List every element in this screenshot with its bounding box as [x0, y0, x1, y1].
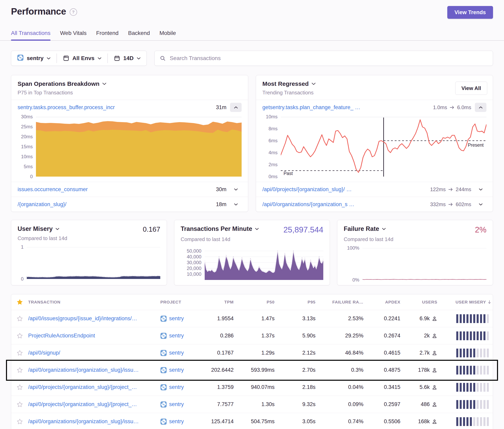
project-link[interactable]: sentry	[169, 418, 184, 425]
table-row[interactable]: /api/0/organizations/{organization_slug}…	[11, 361, 493, 378]
star-cell[interactable]	[11, 333, 28, 339]
expand-button[interactable]	[230, 185, 242, 194]
project-cell[interactable]: sentry	[160, 384, 201, 391]
project-link[interactable]: sentry	[169, 367, 184, 373]
star-icon[interactable]	[17, 350, 23, 356]
transaction-link[interactable]: /api/0/organizations/{organization_slug}…	[28, 418, 160, 425]
collapse-button[interactable]	[475, 103, 486, 112]
project-link[interactable]: sentry	[169, 401, 184, 407]
apdex-value: 0.2674	[365, 333, 402, 339]
misery-bar	[467, 349, 468, 357]
users-icon	[432, 367, 437, 373]
expand-button[interactable]	[475, 185, 486, 194]
misery-bar	[487, 332, 489, 340]
project-cell[interactable]: sentry	[160, 350, 201, 356]
star-cell[interactable]	[11, 419, 28, 425]
view-trends-button[interactable]: View Trends	[447, 6, 493, 19]
transaction-link[interactable]: ProjectRuleActionsEndpoint	[28, 333, 160, 339]
table-row[interactable]: /api/0/projects/{organization_slug}/{pro…	[11, 396, 493, 413]
project-cell[interactable]: sentry	[160, 367, 201, 373]
transaction-link[interactable]: /api/0/projects/{organization_slug}/{pro…	[28, 401, 160, 407]
star-cell[interactable]	[11, 384, 28, 390]
failure-rate-value: 0.74%	[317, 418, 365, 425]
star-icon[interactable]	[17, 316, 23, 322]
column-header-apdex[interactable]: APDEX	[365, 300, 402, 305]
column-header-tpm[interactable]: TPM	[201, 300, 235, 305]
panel-list-item: /api/0/organizations/{organization_s …33…	[256, 197, 493, 212]
project-cell[interactable]: sentry	[160, 401, 201, 408]
expand-button[interactable]	[475, 200, 486, 209]
table-row[interactable]: /api/0/issues|groups/{issue_id}/integrat…	[11, 310, 493, 327]
project-filter[interactable]: sentry	[11, 51, 56, 66]
project-link[interactable]: sentry	[169, 315, 184, 322]
misery-bar	[463, 314, 465, 323]
star-icon[interactable]	[17, 367, 23, 373]
expand-button[interactable]	[230, 200, 242, 209]
column-header-failure-ra[interactable]: FAILURE RA…	[317, 300, 365, 305]
tab-all-transactions[interactable]: All Transactions	[11, 30, 51, 40]
misery-bar	[473, 417, 475, 426]
column-header-project[interactable]: PROJECT	[160, 300, 201, 305]
card-title-dropdown[interactable]: Transactions Per Minute	[181, 225, 259, 232]
span-op-link[interactable]: issues.occurrence_consumer	[18, 186, 212, 193]
collapse-button[interactable]	[230, 103, 242, 112]
column-header-user-misery[interactable]: USER MISERY	[439, 300, 493, 305]
column-header-transaction[interactable]: TRANSACTION	[28, 300, 160, 305]
date-range-filter[interactable]: 14D	[108, 51, 147, 66]
star-icon[interactable]	[16, 299, 23, 306]
project-link[interactable]: sentry	[169, 333, 184, 339]
project-link[interactable]: sentry	[169, 350, 184, 356]
star-icon[interactable]	[17, 333, 23, 339]
project-cell[interactable]: sentry	[160, 333, 201, 339]
table-row[interactable]: /api/0/organizations/{organization_slug}…	[11, 413, 493, 429]
view-all-button[interactable]: View All	[455, 82, 487, 95]
table-row[interactable]: /api/0/projects/{organization_slug}/{pro…	[11, 378, 493, 396]
column-header-p95[interactable]: P95	[276, 300, 317, 305]
search-input[interactable]	[169, 55, 488, 62]
p95-value: 3.13s	[276, 315, 317, 322]
star-cell[interactable]	[11, 402, 28, 407]
star-icon[interactable]	[17, 419, 23, 425]
card-title-dropdown[interactable]: User Misery	[18, 225, 59, 232]
span-op-link[interactable]: sentry.tasks.process_buffer.process_incr	[18, 104, 212, 111]
star-cell[interactable]	[11, 367, 28, 373]
transaction-link[interactable]: /api/0/signup/	[28, 350, 160, 356]
table-row[interactable]: ProjectRuleActionsEndpointsentry0.2861.3…	[11, 327, 493, 344]
span-op-link[interactable]: /{organization_slug}/	[18, 201, 212, 208]
project-link[interactable]: sentry	[169, 384, 184, 390]
star-cell[interactable]	[11, 350, 28, 356]
environment-filter[interactable]: All Envs	[57, 51, 108, 66]
y-axis-tick: 20ms	[21, 134, 33, 140]
users-value: 5.6k	[402, 384, 439, 390]
star-cell[interactable]	[11, 316, 28, 322]
search-box[interactable]	[154, 51, 493, 66]
table-row[interactable]: /api/0/signup/sentry0.17671.29s2.12s46.8…	[11, 344, 493, 361]
y-axis-tick: 100%	[347, 245, 359, 251]
span-ops-title-dropdown[interactable]: Span Operations Breakdown	[18, 80, 242, 87]
tab-frontend[interactable]: Frontend	[96, 30, 118, 40]
transaction-link[interactable]: /api/0/projects/{organization_slug}/{pro…	[28, 384, 160, 390]
help-icon[interactable]: ?	[70, 8, 77, 16]
transaction-link[interactable]: /api/0/issues|groups/{issue_id}/integrat…	[28, 315, 160, 322]
star-icon[interactable]	[17, 402, 23, 407]
y-axis-tick: 4ms	[269, 150, 278, 156]
transaction-link[interactable]: /api/0/projects/{organization_slug}/ …	[262, 186, 426, 193]
transaction-link[interactable]: getsentry.tasks.plan_change_feature_ …	[262, 104, 429, 111]
project-cell[interactable]: sentry	[160, 315, 201, 322]
user-misery-bars	[439, 366, 493, 375]
project-cell[interactable]: sentry	[160, 418, 201, 425]
card-title-dropdown[interactable]: Failure Rate	[344, 225, 386, 232]
misery-bar	[467, 332, 468, 340]
favorites-column-header[interactable]	[11, 299, 28, 306]
tab-backend[interactable]: Backend	[128, 30, 150, 40]
y-axis-tick: 30ms	[21, 114, 33, 120]
column-header-p50[interactable]: P50	[235, 300, 276, 305]
tab-web-vitals[interactable]: Web Vitals	[60, 30, 87, 40]
panel-subtitle: Trending Transactions	[262, 90, 486, 96]
column-header-users[interactable]: USERS	[402, 300, 439, 305]
transaction-link[interactable]: /api/0/organizations/{organization_slug}…	[28, 367, 160, 373]
star-icon[interactable]	[17, 384, 23, 390]
transaction-link[interactable]: /api/0/organizations/{organization_s …	[262, 201, 426, 208]
most-regressed-title-dropdown[interactable]: Most Regressed	[262, 80, 486, 87]
tab-mobile[interactable]: Mobile	[160, 30, 176, 40]
